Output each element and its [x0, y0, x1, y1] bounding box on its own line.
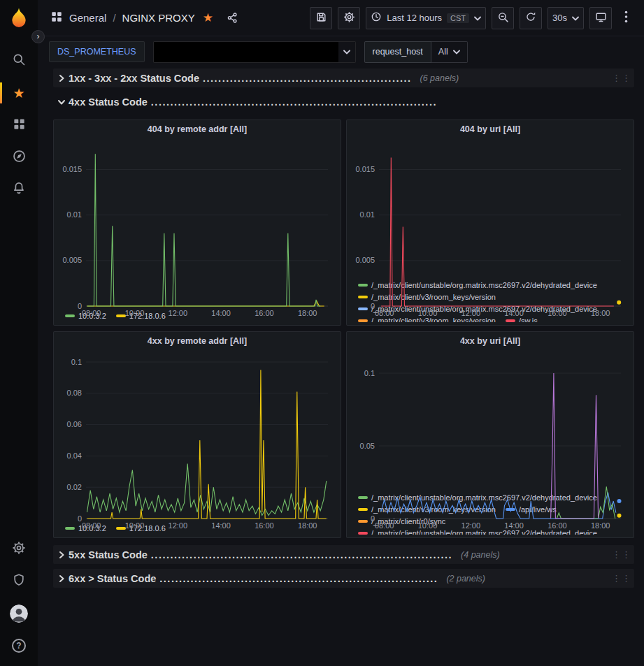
svg-text:08:00: 08:00	[375, 309, 394, 317]
chevron-down-icon	[453, 47, 460, 57]
svg-text:0.04: 0.04	[67, 451, 82, 460]
sidebar-item-server-admin[interactable]	[0, 565, 38, 598]
chevron-right-icon	[55, 550, 69, 560]
sidebar-item-help[interactable]: ?	[0, 630, 38, 662]
series-color-swatch	[506, 319, 515, 322]
svg-text:0.1: 0.1	[71, 358, 82, 366]
share-icon[interactable]	[227, 12, 238, 24]
save-icon	[315, 11, 327, 25]
sidebar-expand-button[interactable]: ›	[31, 30, 45, 43]
zoom-out-icon	[497, 11, 509, 25]
more-options-button[interactable]	[617, 7, 634, 29]
row-header-6xx[interactable]: 6xx > Status Code ......................…	[53, 569, 634, 588]
chevron-down-icon	[474, 13, 481, 23]
sidebar-item-configuration[interactable]	[0, 533, 38, 565]
chart-4xx-by-uri[interactable]: 00.050.108:0010:0012:0014:0016:0018:00	[352, 350, 628, 490]
request-host-dropdown[interactable]: All	[431, 41, 468, 63]
sidebar-item-starred[interactable]: ★	[0, 77, 38, 109]
series-color-swatch	[358, 319, 368, 322]
dashboard-title[interactable]: NGINX PROXY	[122, 12, 195, 24]
breadcrumb-section[interactable]: General	[69, 12, 106, 24]
svg-text:12:00: 12:00	[461, 309, 481, 317]
svg-text:0.01: 0.01	[360, 210, 375, 219]
svg-text:10:00: 10:00	[418, 521, 438, 530]
apps-grid-icon	[13, 117, 26, 133]
row-panel-count: (4 panels)	[461, 550, 500, 560]
svg-text:14:00: 14:00	[504, 521, 524, 530]
sidebar-item-search[interactable]	[0, 45, 38, 77]
tv-mode-button[interactable]	[589, 7, 612, 29]
row-drag-handle[interactable]: ⋮⋮	[612, 73, 631, 82]
topbar: General / NGINX PROXY ★	[38, 0, 644, 36]
chart-404-by-remote-addr[interactable]: 00.0050.010.01508:0010:0012:0014:0016:00…	[59, 138, 335, 308]
avatar	[10, 605, 28, 623]
svg-text:08:00: 08:00	[375, 521, 394, 530]
help-icon: ?	[12, 639, 26, 653]
refresh-interval-picker[interactable]: 30s	[548, 7, 584, 29]
star-icon: ★	[13, 87, 24, 100]
refresh-button[interactable]	[520, 7, 542, 29]
bell-icon	[12, 181, 26, 198]
svg-text:0.02: 0.02	[67, 483, 82, 491]
chevron-down-icon	[572, 13, 579, 23]
row-title-dots: ........................................…	[159, 573, 438, 584]
svg-text:0.015: 0.015	[62, 165, 82, 173]
row-title-dots: ........................................…	[151, 549, 452, 560]
datasource-variable-link[interactable]: DS_PROMETHEUS	[49, 41, 145, 62]
svg-text:16:00: 16:00	[255, 521, 274, 530]
row-title-dots: ........................................…	[203, 73, 412, 84]
request-host-variable: request_host All	[364, 41, 468, 63]
panel-title[interactable]: 404 by uri [All]	[352, 120, 628, 138]
svg-text:18:00: 18:00	[298, 309, 317, 317]
sidebar-item-alerting[interactable]	[0, 173, 38, 205]
row-title: 6xx > Status Code	[69, 573, 156, 584]
svg-text:08:00: 08:00	[82, 521, 101, 530]
favorite-star-icon[interactable]: ★	[203, 12, 213, 24]
chevron-down-icon	[55, 97, 69, 107]
svg-text:0.01: 0.01	[67, 210, 82, 219]
row-panel-count: (6 panels)	[420, 73, 459, 83]
search-icon	[12, 52, 26, 69]
refresh-icon	[525, 11, 536, 24]
row-header-1xx-3xx-2xx[interactable]: 1xx - 3xx - 2xx Status Code ............…	[53, 68, 634, 87]
svg-text:10:00: 10:00	[418, 309, 438, 317]
chart-404-by-uri[interactable]: 00.0050.010.01508:0010:0012:0014:0016:00…	[352, 138, 628, 277]
time-range-picker[interactable]: Last 12 hours CST	[366, 7, 486, 29]
sidebar-item-profile[interactable]	[0, 598, 38, 630]
chart-4xx-by-remote-addr[interactable]: 00.020.040.060.080.108:0010:0012:0014:00…	[59, 350, 335, 521]
svg-text:0.005: 0.005	[355, 256, 375, 264]
grafana-logo-icon[interactable]	[8, 7, 29, 28]
panel-title[interactable]: 404 by remote addr [All]	[59, 120, 335, 138]
svg-text:16:00: 16:00	[548, 521, 567, 530]
row-drag-handle[interactable]: ⋮⋮	[612, 550, 631, 559]
panel-title[interactable]: 4xx by uri [All]	[352, 332, 628, 350]
svg-text:14:00: 14:00	[211, 521, 231, 530]
dashboard-settings-button[interactable]	[338, 7, 360, 29]
clock-icon	[371, 11, 382, 24]
svg-text:0.06: 0.06	[67, 420, 82, 428]
breadcrumb: General / NGINX PROXY ★	[50, 10, 238, 26]
shield-icon	[12, 573, 26, 590]
sidebar-item-explore[interactable]	[0, 141, 38, 173]
panel-404-by-uri: 404 by uri [All] 00.0050.010.01508:0010:…	[346, 120, 634, 326]
refresh-interval-label: 30s	[552, 13, 567, 23]
datasource-value-dropdown[interactable]	[153, 41, 356, 63]
sidebar-item-dashboards[interactable]	[0, 109, 38, 141]
chevron-right-icon	[55, 73, 69, 83]
save-dashboard-button[interactable]	[310, 7, 332, 29]
svg-text:0.005: 0.005	[62, 256, 82, 264]
svg-text:18:00: 18:00	[298, 521, 317, 530]
panel-title[interactable]: 4xx by remote addr [All]	[59, 332, 335, 350]
svg-text:12:00: 12:00	[169, 309, 188, 317]
svg-text:08:00: 08:00	[82, 309, 101, 317]
sidebar: ★ ?	[0, 0, 38, 666]
row-drag-handle[interactable]: ⋮⋮	[612, 574, 631, 583]
panel-grid: 404 by remote addr [All] 00.0050.010.015…	[53, 120, 634, 538]
zoom-out-button[interactable]	[492, 7, 514, 29]
row-header-4xx[interactable]: 4xx Status Code ........................…	[53, 92, 634, 111]
kebab-menu-icon	[624, 10, 628, 25]
variables-bar: DS_PROMETHEUS request_host All	[38, 36, 644, 67]
row-header-5xx[interactable]: 5xx Status Code ........................…	[53, 545, 634, 564]
svg-text:12:00: 12:00	[169, 521, 188, 530]
redacted-value	[154, 42, 338, 62]
